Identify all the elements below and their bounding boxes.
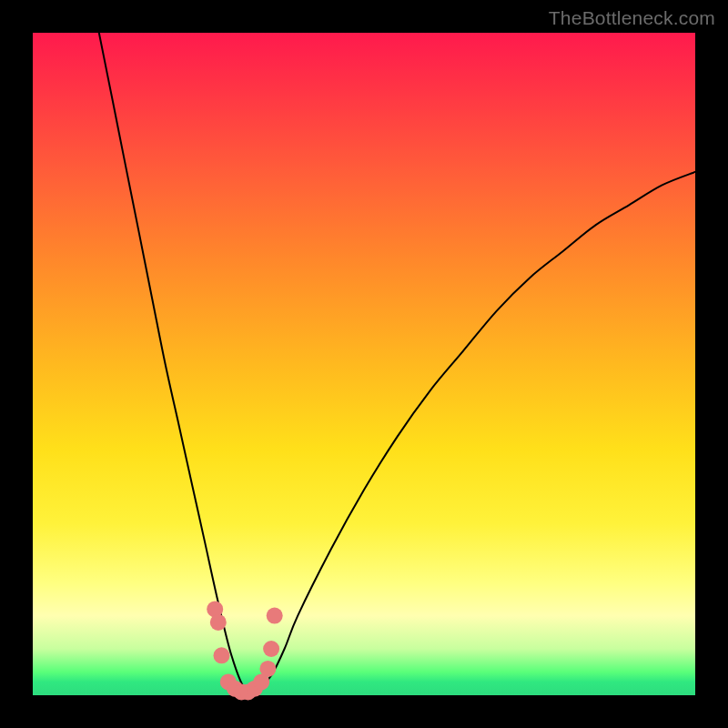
optimal-dot <box>263 641 279 657</box>
optimal-dot <box>267 608 283 624</box>
bottleneck-curve <box>99 33 695 692</box>
optimal-dot <box>210 614 227 631</box>
plot-area <box>33 33 695 695</box>
optimal-dots-group <box>207 601 283 700</box>
optimal-dot <box>214 647 230 663</box>
chart-frame: TheBottleneck.com <box>0 0 728 728</box>
watermark-text: TheBottleneck.com <box>549 7 715 29</box>
curve-svg <box>33 33 695 695</box>
optimal-dot <box>259 661 276 677</box>
